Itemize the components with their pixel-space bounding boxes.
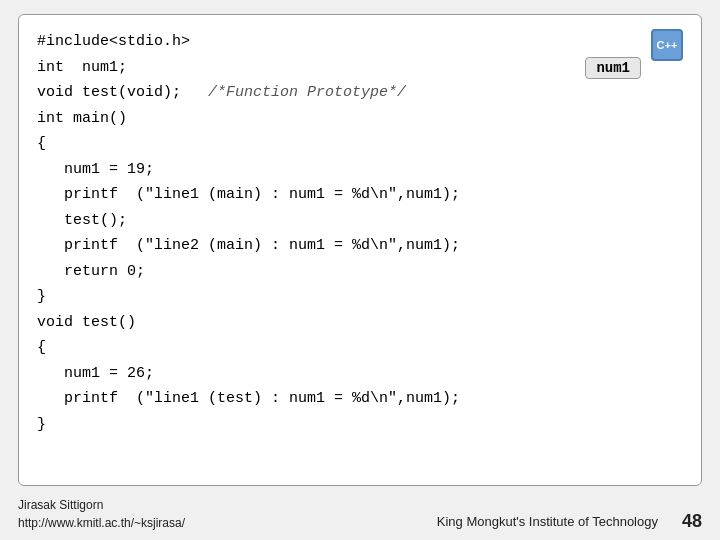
author-name: Jirasak Sittigorn (18, 496, 185, 514)
code-line-15: printf ("line1 (test) : num1 = %d\n",num… (37, 390, 460, 407)
code-area: C++ num1 #include<stdio.h> int num1; voi… (18, 14, 702, 486)
code-line-2: int num1; (37, 59, 127, 76)
cpp-icon: C++ (651, 29, 683, 61)
author-url: http://www.kmitl.ac.th/~ksjirasa/ (18, 514, 185, 532)
code-line-7: printf ("line1 (main) : num1 = %d\n",num… (37, 186, 460, 203)
code-line-14: num1 = 26; (37, 365, 154, 382)
num1-badge: num1 (585, 57, 641, 79)
code-line-9: printf ("line2 (main) : num1 = %d\n",num… (37, 237, 460, 254)
footer: Jirasak Sittigorn http://www.kmitl.ac.th… (0, 492, 720, 540)
code-line-6: num1 = 19; (37, 161, 154, 178)
num1-badge-text: num1 (596, 60, 630, 76)
code-block: #include<stdio.h> int num1; void test(vo… (37, 29, 683, 437)
code-line-4: int main() (37, 110, 127, 127)
code-line-11: } (37, 288, 46, 305)
code-line-1: #include<stdio.h> (37, 33, 190, 50)
institution-name: King Mongkut's Institute of Technology (437, 514, 658, 529)
cpp-icon-label: C++ (657, 39, 678, 51)
code-line-16: } (37, 416, 46, 433)
page-number: 48 (682, 511, 702, 532)
footer-right: King Mongkut's Institute of Technology 4… (437, 511, 702, 532)
slide: C++ num1 #include<stdio.h> int num1; voi… (0, 0, 720, 540)
code-line-3: void test(void); /*Function Prototype*/ (37, 84, 406, 101)
code-line-13: { (37, 339, 46, 356)
code-line-10: return 0; (37, 263, 145, 280)
code-line-12: void test() (37, 314, 136, 331)
code-line-5: { (37, 135, 46, 152)
footer-left: Jirasak Sittigorn http://www.kmitl.ac.th… (18, 496, 185, 532)
code-line-8: test(); (37, 212, 127, 229)
